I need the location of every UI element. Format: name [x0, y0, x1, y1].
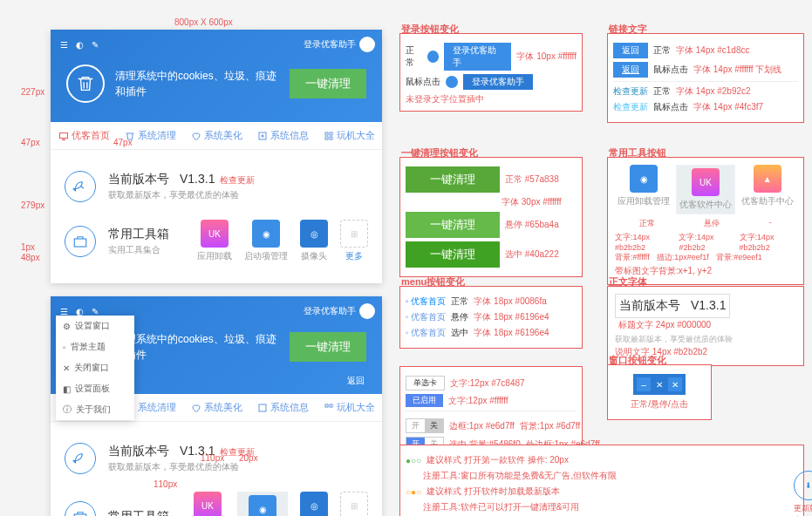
window-icons: ☰ ◐ ✎ [58, 38, 101, 51]
avatar-icon [446, 76, 458, 88]
tool-item[interactable]: ◎摄像头 [300, 492, 328, 516]
dim: 20px [239, 453, 258, 463]
skin-icon[interactable]: ◐ [73, 38, 85, 51]
svg-rect-9 [325, 404, 328, 407]
tab-beauty[interactable]: 系统美化 [183, 394, 249, 421]
tool-more[interactable]: ⊞ [340, 492, 368, 516]
app-preview-2: ☰◐✎ 登录优客助手 ⚙ 设置窗口 ▫ 背景主题 ✕ 关闭窗口 ◧ 设置面板 ⓘ… [51, 296, 382, 516]
tool-label: 应用卸载 [197, 250, 232, 262]
spec-tools: ◉应用卸载管理 UK优客软件中心 ▲优客助手中心 正常悬停- 文字:14px #… [607, 157, 804, 285]
feedback-icon[interactable]: ✎ [89, 38, 101, 51]
version-tag[interactable]: 检查更新 [220, 175, 255, 185]
tool-item-hover[interactable]: ◉启动项管理 [237, 492, 288, 516]
menu-item[interactable]: ▫ 背景主题 [56, 336, 134, 357]
menu-item[interactable]: ✕ 关闭窗口 [56, 357, 134, 378]
tab-info[interactable]: 系统信息 [249, 394, 316, 421]
tool-more[interactable]: ⊞更多 [340, 220, 368, 262]
avatar [359, 303, 375, 319]
trash-icon [66, 64, 105, 103]
close-icon[interactable]: ✕ [668, 377, 682, 391]
toolbox-row: 常用工具箱 实用工具集合 UK应用卸载 ◉启动项管理 ◎摄像头 ⊞更多 [65, 211, 368, 271]
menu-item[interactable]: ◧ 设置面板 [56, 378, 134, 399]
clean-button[interactable]: 一键清理 [290, 332, 366, 362]
svg-rect-0 [59, 132, 67, 138]
spec-clean: 一键清理正常 #57a838 字体 30px #ffffff 一键清理悬停 #6… [399, 157, 583, 277]
version-row: 当前版本号 V1.3.1检查更新 获取最新版本，享受最优质的体验 [65, 162, 368, 211]
tab-home[interactable]: 优客首页 [51, 122, 117, 149]
svg-rect-6 [74, 239, 86, 247]
dim: 227px [21, 87, 44, 97]
login-area[interactable]: 登录优客助手 [304, 303, 375, 319]
app-preview-1: ☰ ◐ ✎ 登录优客助手 清理系统中的cookies、垃圾、痕迹和插件 一键清理… [51, 30, 382, 283]
tab-play[interactable]: 玩机大全 [316, 394, 382, 421]
dim: 110px [201, 453, 224, 463]
tab-label: 系统信息 [270, 129, 309, 142]
tab-label: 优客首页 [72, 129, 110, 142]
spec-menu: ▫ 优客首页正常字体 18px #0086fa ▫ 优客首页悬停字体 18px … [399, 286, 583, 349]
tab-beauty[interactable]: 系统美化 [183, 122, 249, 149]
avatar [359, 37, 375, 52]
rocket-icon [65, 443, 96, 474]
app-header: ☰ ◐ ✎ 登录优客助手 清理系统中的cookies、垃圾、痕迹和插件 一键清理 [51, 30, 382, 122]
dim-label: 800px X 600px [174, 17, 233, 27]
login-text: 登录优客助手 [304, 305, 356, 317]
hero-text: 清理系统中的cookies、垃圾、痕迹和插件 [115, 68, 279, 99]
version-title: 当前版本号 [108, 172, 169, 186]
tool-label: 更多 [345, 250, 363, 262]
tool-item[interactable]: UK应用卸载 [190, 492, 225, 516]
tab-label: 系统清理 [138, 129, 176, 142]
tool-label: 启动项管理 [244, 250, 288, 262]
tab-label: 系统美化 [204, 129, 242, 142]
menu-icon[interactable]: ☰ [58, 38, 70, 51]
spec-link: 返回正常字体 14px #c1d8cc 返回鼠标点击字体 14px #fffff… [607, 33, 804, 123]
dim: 110px [154, 479, 177, 489]
clean-normal: 一键清理 [406, 166, 500, 193]
rocket-icon [65, 171, 96, 202]
svg-rect-2 [325, 132, 328, 135]
svg-rect-5 [330, 137, 332, 139]
clean-hover: 一键清理 [406, 212, 500, 238]
svg-rect-10 [330, 404, 332, 407]
menu-item[interactable]: ⚙ 设置窗口 [56, 316, 134, 336]
version-sub: 获取最新版本，享受最优质的体验 [108, 189, 255, 201]
tool-sample-hover: UK优客软件中心 [676, 165, 735, 214]
tool-sample: ▲优客助手中心 [741, 165, 794, 214]
close-icon[interactable]: ✕ [652, 377, 666, 391]
clean-button[interactable]: 一键清理 [290, 69, 366, 98]
toolbox-icon [65, 226, 96, 257]
tool-startup[interactable]: ◉启动项管理 [244, 220, 288, 262]
spec-footer: ●○○建议样式 打开第一款软件 操作: 20px 注册工具:窗口所有功能是免费&… [399, 445, 804, 516]
spec-login: 正常登录优客助手字体 10px #ffffff 鼠标点击登录优客助手 未登录文字… [399, 33, 583, 112]
tool-sample: ◉应用卸载管理 [618, 165, 670, 214]
tool-uninstall[interactable]: UK应用卸载 [197, 220, 232, 262]
clean-active: 一键清理 [406, 241, 500, 268]
dim: 48px [21, 253, 40, 262]
dim: 47px [21, 138, 40, 147]
svg-rect-8 [259, 404, 266, 411]
spec-winbtn: – ✕ ✕ 正常/悬停/点击 [607, 364, 712, 420]
login-text: 登录优客助手 [304, 38, 356, 51]
dim: 1px [21, 242, 35, 252]
svg-rect-3 [330, 132, 332, 135]
tab-label: 玩机大全 [337, 129, 375, 142]
dropdown-menu: ⚙ 设置窗口 ▫ 背景主题 ✕ 关闭窗口 ◧ 设置面板 ⓘ 关于我们 [56, 316, 134, 420]
svg-rect-4 [325, 137, 328, 139]
version-value: V1.3.1 [180, 172, 215, 186]
toolbox-title: 常用工具箱 [108, 227, 169, 242]
menu-item[interactable]: ⓘ 关于我们 [56, 399, 134, 420]
tool-label: 摄像头 [301, 250, 327, 262]
update-label: 更新版本 [794, 503, 812, 517]
update-icon[interactable]: ⬇ [794, 471, 812, 500]
login-area[interactable]: 登录优客助手 [304, 37, 375, 52]
toolbox-sub: 实用工具集合 [108, 244, 169, 256]
tab-bar: 优客首页 系统清理 系统美化 系统信息 玩机大全 [51, 122, 382, 150]
hero-text: 清理系统中的cookies、垃圾、痕迹和插件 [115, 331, 279, 363]
avatar-icon [427, 51, 439, 63]
tool-camera[interactable]: ◎摄像头 [300, 220, 328, 262]
tab-play[interactable]: 玩机大全 [316, 122, 382, 149]
min-icon[interactable]: – [637, 377, 651, 391]
tab-info[interactable]: 系统信息 [249, 122, 316, 149]
toolbox-icon [65, 501, 96, 517]
dim: 279px [21, 200, 44, 210]
dim: 47px [113, 138, 133, 147]
